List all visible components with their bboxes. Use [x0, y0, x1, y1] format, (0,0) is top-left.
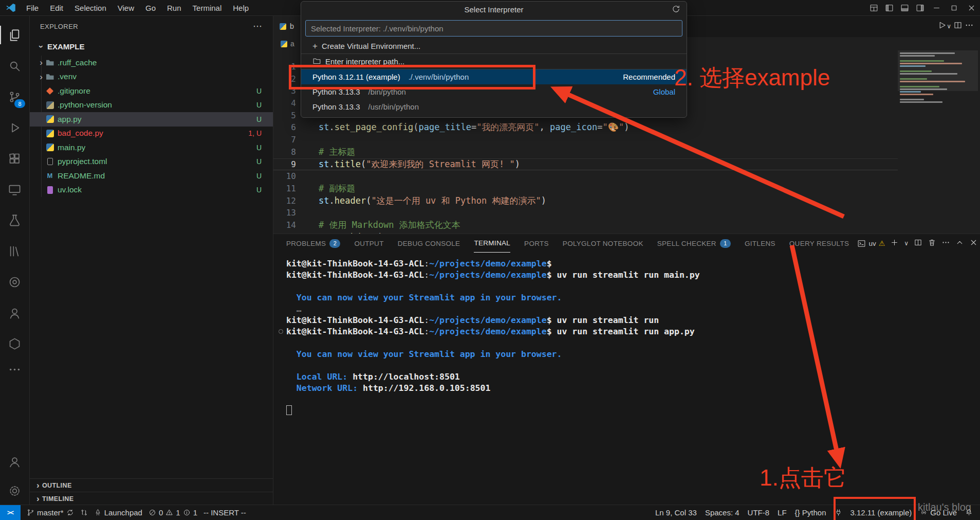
file-row-uv.lock[interactable]: uv.lockU [30, 183, 273, 198]
close-panel-icon[interactable] [969, 238, 978, 249]
interpreter-option-recommended[interactable]: Python 3.12.11 (example) ./.venv/bin/pyt… [301, 69, 687, 84]
code-line-12[interactable]: 12st.header("这是一个用 uv 和 Python 构建的演示") [273, 195, 898, 207]
minimap[interactable] [900, 52, 976, 109]
panel-tab-debug-console[interactable]: DEBUG CONSOLE [398, 235, 460, 253]
interpreter-option-global-2[interactable]: Python 3.13.3 /usr/bin/python [301, 99, 687, 114]
kill-terminal-icon[interactable] [928, 238, 936, 249]
eol-setting[interactable]: LF [778, 508, 787, 517]
launchpad-item[interactable]: Launchpad [94, 508, 142, 517]
enter-path-item[interactable]: Enter interpreter path... [301, 54, 687, 69]
compare-changes-icon[interactable] [80, 509, 88, 516]
panel-tab-terminal[interactable]: TERMINAL [474, 234, 510, 253]
new-terminal-icon[interactable] [890, 238, 899, 249]
library-icon[interactable] [0, 236, 29, 266]
file-row-pyproject.toml[interactable]: pyproject.tomlU [30, 155, 273, 169]
toggle-panel-icon[interactable] [897, 0, 912, 15]
panel-tab-problems[interactable]: PROBLEMS2 [286, 235, 340, 253]
minimap-viewport[interactable] [898, 50, 978, 91]
search-icon[interactable] [0, 50, 29, 81]
breadcrumb-label: a [290, 40, 294, 48]
create-venv-item[interactable]: + Create Virtual Environment... [301, 39, 687, 54]
terminal-shell-selector[interactable]: uv ⚠ [857, 239, 885, 248]
interpreter-search-input[interactable]: Selected Interpreter: ./.venv/bin/python [305, 20, 682, 37]
panel-tab-gitlens[interactable]: GITLENS [745, 235, 775, 253]
code-line-10[interactable]: 10 [273, 170, 898, 183]
file-row-README.md[interactable]: MREADME.mdU [30, 169, 273, 183]
code-line-7[interactable]: 7 [273, 134, 898, 146]
file-row-.venv[interactable]: ›.venv [30, 70, 273, 84]
extensions-icon[interactable] [0, 143, 29, 174]
polyglot-icon[interactable] [0, 328, 29, 359]
notifications-bell-icon[interactable] [965, 509, 973, 516]
outline-section[interactable]: ›OUTLINE [30, 478, 273, 492]
menu-terminal[interactable]: Terminal [187, 0, 228, 15]
file-row-bad_code.py[interactable]: bad_code.py1, U [30, 127, 273, 141]
code-line-9[interactable]: 9st.title("欢迎来到我的 Streamlit 网页! ") [273, 158, 898, 171]
code-line-8[interactable]: 8# 主标题 [273, 146, 898, 158]
refresh-interpreters-icon[interactable] [672, 5, 680, 15]
maximize-panel-icon[interactable] [955, 238, 964, 249]
menu-run[interactable]: Run [161, 0, 187, 15]
menu-go[interactable]: Go [140, 0, 161, 15]
python-interpreter-item[interactable]: 3.12.11 (example) [850, 508, 912, 517]
code-line-13[interactable]: 13 [273, 207, 898, 219]
source-control-icon[interactable]: 8 [0, 81, 29, 112]
panel-more-icon[interactable] [941, 238, 950, 249]
language-mode[interactable]: {} Python [795, 508, 826, 517]
panel-tab-spell-checker[interactable]: SPELL CHECKER1 [657, 235, 731, 253]
liveshare-icon[interactable] [0, 297, 29, 328]
close-icon[interactable] [963, 0, 980, 15]
accounts-icon[interactable] [0, 447, 29, 476]
toggle-sidebar-icon[interactable] [881, 0, 897, 15]
file-row-main.py[interactable]: main.pyU [30, 140, 273, 155]
run-debug-icon[interactable] [0, 112, 29, 143]
editor-more-icon[interactable] [965, 21, 974, 32]
split-terminal-icon[interactable] [914, 238, 922, 249]
menu-edit[interactable]: Edit [44, 0, 69, 15]
remote-indicator[interactable]: >< [0, 505, 21, 520]
menu-view[interactable]: View [112, 0, 140, 15]
explorer-icon[interactable] [0, 20, 29, 50]
testing-icon[interactable] [0, 205, 29, 236]
code-line-6[interactable]: 6st.set_page_config(page_title="我的漂亮网页",… [273, 121, 898, 134]
git-branch-item[interactable]: master* [27, 508, 74, 517]
run-button[interactable] [937, 21, 947, 32]
remote-explorer-icon[interactable] [0, 174, 29, 205]
menu-selection[interactable]: Selection [69, 0, 112, 15]
explorer-more-icon[interactable]: ⋯ [253, 21, 263, 32]
run-dropdown-icon[interactable]: ∨ [947, 23, 951, 30]
code-line-11[interactable]: 11# 副标题 [273, 183, 898, 195]
file-row-.gitignore[interactable]: .gitignoreU [30, 84, 273, 98]
more-icon[interactable] [0, 359, 29, 380]
file-row-.ruff_cache[interactable]: ›.ruff_cache [30, 56, 273, 70]
toggle-secondary-sidebar-icon[interactable] [912, 0, 928, 15]
maximize-icon[interactable] [945, 0, 963, 15]
terminal-dropdown-icon[interactable]: ∨ [904, 240, 909, 247]
cursor-position[interactable]: Ln 9, Col 33 [655, 508, 697, 517]
timeline-section[interactable]: ›TIMELINE [30, 492, 273, 505]
go-live-item[interactable]: Go Live [920, 508, 957, 517]
file-row-.python-version[interactable]: .python-versionU [30, 98, 273, 113]
file-row-app.py[interactable]: app.pyU [30, 112, 273, 127]
problems-item[interactable]: 0 1 1 [149, 508, 197, 517]
ports-icon[interactable] [835, 509, 842, 516]
panel-tab-output[interactable]: OUTPUT [354, 235, 383, 253]
panel-tab-query-results[interactable]: QUERY RESULTS [789, 235, 849, 253]
menu-file[interactable]: File [21, 0, 44, 15]
split-editor-icon[interactable] [953, 21, 963, 32]
encoding-setting[interactable]: UTF-8 [748, 508, 770, 517]
terminal-output[interactable]: kit@kit-ThinkBook-14-G3-ACL:~/projects/d… [286, 258, 970, 417]
panel-tab-ports[interactable]: PORTS [524, 235, 549, 253]
settings-gear-icon[interactable] [0, 476, 29, 505]
interpreter-option-global-1[interactable]: Python 3.13.3 /bin/python Global [301, 84, 687, 99]
indentation-setting[interactable]: Spaces: 4 [705, 508, 739, 517]
vim-mode-indicator[interactable]: -- INSERT -- [204, 508, 246, 517]
code-line-14[interactable]: 14# 使用 Markdown 添加格式化文本 [273, 219, 898, 231]
minimize-icon[interactable] [928, 0, 945, 15]
explorer-root[interactable]: › EXAMPLE [30, 37, 273, 56]
menu-help[interactable]: Help [227, 0, 254, 15]
command-decoration-icon[interactable] [279, 329, 283, 334]
panel-tab-polyglot-notebook[interactable]: POLYGLOT NOTEBOOK [563, 235, 643, 253]
customize-layout-icon[interactable] [866, 0, 881, 15]
gitlens-icon[interactable] [0, 266, 29, 297]
